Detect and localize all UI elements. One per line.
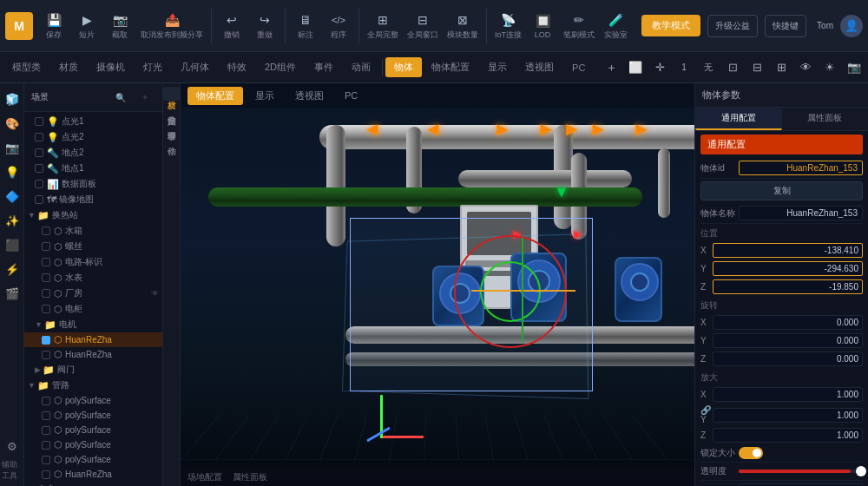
snap-icon[interactable]: ⊡ (722, 57, 743, 78)
scene-search-icon[interactable]: 🔍 (110, 87, 131, 108)
sidebar-light-icon[interactable]: 💡 (2, 161, 23, 182)
sidebar-material-icon[interactable]: 🎨 (2, 113, 23, 134)
playback-button[interactable]: ▶ 短片 (71, 10, 102, 43)
tree-checkbox-poly5[interactable] (42, 456, 50, 464)
tab-light[interactable]: 灯光 (135, 57, 171, 77)
sidebar-geometry-icon[interactable]: 🔷 (2, 186, 23, 207)
tree-item-cabinet[interactable]: ⬡ 电柜 (24, 301, 162, 317)
tree-item-meter[interactable]: ⬡ 水表 (24, 270, 162, 286)
tree-item-poly4[interactable]: ⬡ polySurface (24, 437, 162, 452)
tree-item-valve[interactable]: ▶ 📁 阀门 (24, 362, 162, 378)
panel-tab-attr[interactable]: 属性面板 (782, 108, 869, 130)
tree-checkbox-light1[interactable] (35, 117, 43, 126)
tab-geometry[interactable]: 几何体 (172, 57, 218, 77)
tree-checkbox-map[interactable] (35, 195, 43, 204)
sidebar-events-icon[interactable]: ⚡ (2, 259, 23, 279)
tab-camera[interactable]: 摄像机 (88, 57, 134, 77)
tree-item-spot2[interactable]: 🔦 地点2 (24, 145, 162, 161)
vp-tab-display[interactable]: 显示 (247, 87, 283, 105)
pos-z-value[interactable]: -19.850 (713, 279, 863, 294)
tree-checkbox-poly4[interactable] (42, 441, 50, 450)
tree-item-poly3[interactable]: ⬡ polySurface (24, 423, 162, 437)
tree-checkbox-poly3[interactable] (42, 426, 50, 435)
grid-icon[interactable]: ⊞ (771, 57, 792, 78)
save-button[interactable]: 💾 保存 (38, 10, 69, 43)
tree-checkbox-tank[interactable] (42, 227, 50, 235)
tree-item-poly6[interactable]: ⬡ HuanReZha (24, 467, 162, 482)
tree-item-substation[interactable]: ▼ 📁 换热站 (24, 207, 162, 223)
viewport[interactable]: ◄ ◄ ► ► ► ► ► ► ► ▼ (181, 83, 694, 486)
tree-item-motor-grp[interactable]: ▼ 📁 电机 (24, 317, 162, 332)
subtab-perspective[interactable]: 透视图 (516, 57, 562, 77)
user-avatar[interactable]: 👤 (840, 15, 863, 37)
scale-y-value[interactable]: 1.000 (713, 408, 863, 423)
vert-tab-material[interactable]: 材质 (163, 87, 181, 101)
pos-x-value[interactable]: -138.410 (713, 243, 863, 258)
tree-item-poly1[interactable]: ⬡ polySurface (24, 393, 162, 408)
tree-item-map[interactable]: 🗺 镜像地图 (24, 192, 162, 207)
tree-item-light1[interactable]: 💡 点光1 (24, 114, 162, 129)
tree-checkbox-factory[interactable] (42, 289, 50, 298)
num-icon[interactable]: 1 (674, 57, 694, 78)
pen-button[interactable]: ✏ 笔刷模式 (560, 10, 598, 43)
panel-tab-general[interactable]: 通用配置 (695, 108, 782, 130)
scene-add-icon[interactable]: ＋ (135, 87, 155, 108)
tree-checkbox-poly1[interactable] (42, 397, 50, 405)
tree-checkbox-light2[interactable] (35, 133, 43, 141)
vert-tab-events[interactable]: 事件管理 (163, 118, 181, 132)
undo-button[interactable]: ↩ 撤销 (216, 10, 247, 43)
add-icon[interactable]: ＋ (601, 57, 621, 78)
opacity-thumb[interactable] (856, 466, 866, 476)
capture-button[interactable]: 📷 截取 (104, 10, 135, 43)
upgrade-button[interactable]: 升级公益 (707, 15, 758, 37)
lock-size-toggle[interactable] (739, 447, 763, 459)
tree-item-circuit[interactable]: ⬡ 电路-标识 (24, 254, 162, 270)
tree-item-poly5[interactable]: ⬡ polySurface (24, 452, 162, 467)
tree-checkbox-screw[interactable] (42, 242, 50, 251)
subtab-object-config[interactable]: 物体配置 (423, 57, 478, 77)
rot-y-value[interactable]: 0.000 (713, 333, 863, 348)
tree-checkbox-spot2[interactable] (35, 148, 43, 157)
tree-checkbox-poly6[interactable] (42, 470, 50, 479)
sun-icon[interactable]: ☀ (819, 57, 840, 78)
tab-materials[interactable]: 材质 (50, 57, 87, 77)
subtab-object[interactable]: 物体 (385, 57, 422, 77)
tree-item-screw[interactable]: ⬡ 螺丝 (24, 239, 162, 254)
snap2-icon[interactable]: ⊟ (746, 57, 767, 78)
tab-model[interactable]: 模型类 (3, 57, 49, 77)
tree-checkbox-motor1[interactable] (42, 336, 50, 345)
sidebar-animation-icon[interactable]: 🎬 (2, 283, 23, 304)
settings-icon[interactable]: ⚙ (2, 436, 23, 456)
opacity-track[interactable] (739, 470, 863, 473)
sidebar-camera-icon[interactable]: 📷 (2, 137, 23, 158)
tools-icon[interactable]: 辅助工具 (2, 460, 23, 481)
rot-z-value[interactable]: 0.000 (713, 351, 863, 366)
copy-button[interactable]: 复制 (700, 181, 863, 200)
vert-tab-custom[interactable]: 自定义动作 (163, 102, 181, 116)
tree-checkbox-spot1[interactable] (35, 164, 43, 173)
rot-x-value[interactable]: 0.000 (713, 315, 863, 330)
tree-item-light2[interactable]: 💡 点光2 (24, 129, 162, 145)
iot-button[interactable]: 📡 IoT连接 (491, 10, 525, 43)
pos-y-value[interactable]: -294.630 (713, 261, 863, 276)
select-rect-icon[interactable]: ⬜ (625, 57, 646, 78)
lab-button[interactable]: 🧪 实验室 (600, 10, 631, 43)
vp-tab-pc[interactable]: PC (336, 88, 366, 103)
redo-button[interactable]: ↪ 重做 (249, 10, 280, 43)
tab-animation[interactable]: 动画 (343, 57, 379, 77)
tree-checkbox-cabinet[interactable] (42, 305, 50, 313)
tab-effects[interactable]: 特效 (219, 57, 255, 77)
tree-item-spot1[interactable]: 🔦 地点1 (24, 161, 162, 176)
eye-icon[interactable]: 👁 (795, 57, 816, 78)
tree-item-motor1[interactable]: ⬡ HuanReZha (24, 332, 162, 347)
shortcut-button[interactable]: 快捷键 (765, 15, 806, 37)
tree-item-poly2[interactable]: ⬡ polySurface (24, 408, 162, 423)
code-button[interactable]: </> 程序 (323, 10, 354, 43)
tab-events[interactable]: 事件 (306, 57, 342, 77)
modules-button[interactable]: ⊠ 模块数量 (444, 10, 482, 43)
tree-checkbox-panel[interactable] (35, 180, 43, 188)
tree-checkbox-meter[interactable] (42, 273, 50, 282)
lod-button[interactable]: 🔲 LOD (527, 10, 558, 41)
tutorial-button[interactable]: 教学模式 (641, 15, 700, 36)
sidebar-model-icon[interactable]: 🧊 (2, 89, 23, 109)
